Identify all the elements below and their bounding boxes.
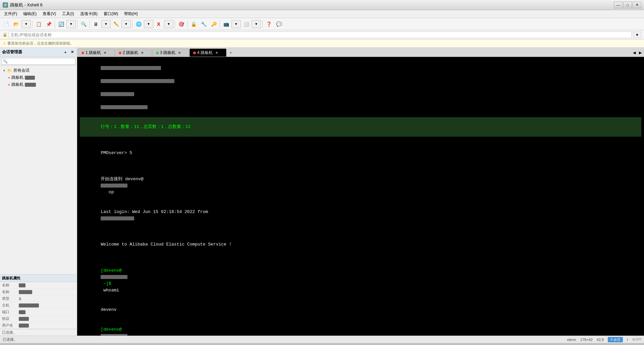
prop-host-label: 主机 — [0, 302, 17, 309]
prop-row-name: 名称 — [0, 282, 77, 289]
connected-bar: 已连接。 — [0, 329, 77, 336]
toolbar-layout[interactable]: ⬜ — [241, 19, 251, 29]
toolbar-refresh[interactable]: 🔄 — [56, 19, 66, 29]
tab-3[interactable]: 3 跳板机 ✕ — [152, 49, 189, 57]
maximize-button[interactable]: □ — [623, 2, 632, 8]
toolbar-new[interactable]: 📄 — [1, 19, 11, 29]
notif-icon: ⚠ — [3, 41, 6, 46]
tab-2[interactable]: 2 跳板机 ✕ — [115, 49, 152, 57]
menu-edit[interactable]: 编辑(E) — [20, 10, 39, 17]
status-left: 已连接。 — [3, 337, 17, 342]
menu-tabs[interactable]: 选项卡(B) — [77, 10, 100, 17]
terminal[interactable]: 行号：1，数量：11，总页数：1，总数量：11 PMOserver> 5 开始连… — [77, 57, 644, 336]
status-position: 42,9 — [597, 338, 604, 342]
toolbar-logo[interactable]: 🌐 — [134, 19, 143, 29]
tab-bar: 1 跳板机 ✕ 2 跳板机 ✕ 3 跳板机 ✕ 4 跳板机 ✕ + ◀ ▶ — [77, 48, 644, 57]
toolbar: 📄 📂 ▼ 📋 📌 🔄 ▼ 🔍 🖥 ▼ ✏️ ▼ 🌐 ▼ X ▼ 🎯 🔒 🔧 🔑… — [0, 18, 644, 30]
menu-file[interactable]: 文件(F) — [1, 10, 20, 17]
tab-close-3[interactable]: ✕ — [178, 51, 181, 55]
toolbar-pencil[interactable]: ✏️ — [111, 19, 121, 29]
toolbar-monitor[interactable]: 📺 — [221, 19, 231, 29]
term-connect-op: op — [101, 190, 114, 195]
address-input[interactable] — [9, 31, 632, 38]
collapse-arrow: ▼ — [3, 69, 6, 72]
session-blurred-1 — [25, 76, 35, 80]
toolbar-help[interactable]: ❓ — [264, 19, 273, 29]
term-pmoserver: PMOserver> 5 — [80, 143, 641, 163]
sidebar-search-input[interactable] — [1, 58, 75, 65]
sidebar-search — [0, 57, 77, 66]
menu-help[interactable]: 帮助(H) — [121, 10, 141, 17]
folder-icon: 📁 — [7, 68, 12, 73]
lock-icon: 🔒 — [3, 32, 7, 37]
toolbar-dropdown-3[interactable]: ▼ — [101, 20, 111, 28]
prop-type-label: 类型 — [0, 295, 17, 302]
prop-row-host: 主机 — [0, 302, 77, 309]
term-header-blurred — [80, 58, 641, 117]
toolbar-dropdown-7[interactable]: ▼ — [231, 20, 241, 28]
term-pmo-text: PMOserver> 5 — [101, 150, 132, 155]
props-table: 名称 名称 类型 S 主机 端口 — [0, 282, 77, 329]
toolbar-paste[interactable]: 📌 — [44, 19, 53, 29]
toolbar-dropdown-4[interactable]: ▼ — [121, 20, 131, 28]
separator-4 — [90, 20, 90, 28]
tab-add-button[interactable]: + — [227, 49, 235, 57]
sidebar-title: 会话管理器 — [2, 49, 22, 55]
prop-name2-value — [17, 289, 77, 295]
toolbar-comment[interactable]: 💬 — [274, 19, 283, 29]
separator-2 — [55, 20, 55, 28]
sidebar-header: 会话管理器 + ✕ — [0, 48, 77, 57]
separator-1 — [32, 20, 33, 28]
toolbar-target[interactable]: 🎯 — [176, 19, 186, 29]
tree-item-all-sessions[interactable]: ▼ 📁 所有会话 — [0, 67, 77, 74]
tab-4[interactable]: 4 跳板机 ✕ — [190, 49, 226, 57]
tab-close-2[interactable]: ✕ — [141, 51, 144, 55]
separator-7 — [187, 20, 187, 28]
tab-dot-4 — [193, 52, 196, 54]
close-button[interactable]: ✕ — [633, 2, 641, 8]
toolbar-dropdown-5[interactable]: ▼ — [144, 20, 153, 28]
menu-tools[interactable]: 工具(I) — [59, 10, 76, 17]
prop-username-value — [17, 322, 77, 329]
tab-nav-right[interactable]: ▶ — [637, 49, 643, 57]
status-connected: 已连接。 — [3, 337, 17, 342]
toolbar-lock[interactable]: 🔒 — [189, 19, 198, 29]
toolbar-copy[interactable]: 📋 — [34, 19, 43, 29]
tab-nav-left[interactable]: ◀ — [631, 49, 637, 57]
menu-window[interactable]: 窗口(W) — [101, 10, 121, 17]
sidebar-add-icon[interactable]: + — [63, 50, 68, 55]
address-bar: 🔒 ▼ — [0, 30, 644, 40]
tab-dot-3 — [156, 52, 159, 54]
bottom-tab-sessions[interactable]: 4 会话 — [608, 337, 623, 342]
toolbar-dropdown-8[interactable]: ▼ — [252, 20, 261, 28]
term-welcome-text: Welcome to Alibaba Cloud Elastic Compute… — [101, 242, 231, 247]
sidebar-close-icon[interactable]: ✕ — [69, 50, 75, 55]
address-dropdown[interactable]: ▼ — [633, 31, 641, 38]
prop-row-protocol: 协议 — [0, 316, 77, 322]
tree-item-session-1[interactable]: ● 跳板机 — [0, 74, 77, 81]
session-dot-1: ● — [8, 76, 10, 79]
toolbar-dropdown-6[interactable]: ▼ — [164, 20, 173, 28]
toolbar-key[interactable]: 🔑 — [209, 19, 218, 29]
menu-bar: 文件(F) 编辑(E) 查看(V) 工具(I) 选项卡(B) 窗口(W) 帮助(… — [0, 10, 644, 18]
minimize-button[interactable]: — — [614, 2, 623, 8]
toolbar-x-logo[interactable]: X — [154, 19, 163, 29]
title-bar: ⚡ 跳板机 - Xshell 6 — □ ✕ — [0, 0, 644, 10]
toolbar-dropdown-2[interactable]: ▼ — [66, 20, 76, 28]
toolbar-session-new[interactable]: 🖥 — [91, 19, 101, 29]
prop-row-port: 端口 — [0, 309, 77, 316]
menu-view[interactable]: 查看(V) — [40, 10, 59, 17]
toolbar-tools2[interactable]: 🔧 — [199, 19, 208, 29]
toolbar-dropdown-1[interactable]: ▼ — [21, 20, 31, 28]
session-label-1: 跳板机 — [11, 75, 23, 80]
tab-1[interactable]: 1 跳板机 ✕ — [78, 49, 115, 57]
tab-close-4[interactable]: ✕ — [215, 51, 218, 55]
toolbar-search[interactable]: 🔍 — [79, 19, 88, 29]
term-blank-4 — [80, 254, 641, 261]
separator-6 — [175, 20, 175, 28]
prop-protocol-label: 协议 — [0, 316, 17, 322]
tab-close-1[interactable]: ✕ — [104, 51, 106, 55]
toolbar-open[interactable]: 📂 — [11, 19, 21, 29]
props-title: 跳板机属性 — [2, 276, 20, 281]
tree-item-session-2[interactable]: ● 跳板机 — [0, 81, 77, 88]
